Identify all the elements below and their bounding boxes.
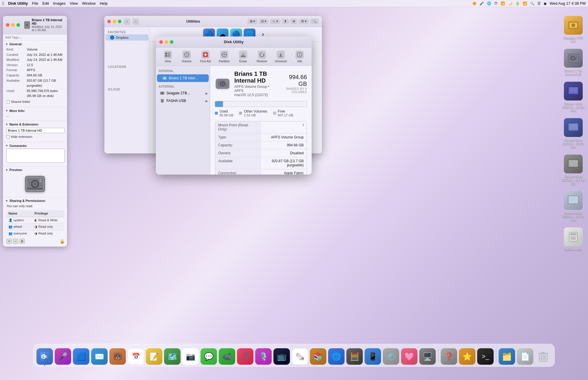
du-close-button[interactable]	[159, 40, 163, 44]
sidebar-label-seagate: Seagate 2TB HD	[562, 36, 585, 43]
sidebar-item-screenshot1[interactable]: Screen Shot2022-0... 29.08 PM	[562, 82, 585, 112]
sidebar-item-screenshot4[interactable]: Screen Shot2022-0... 27.26 PM	[562, 191, 585, 222]
name-input[interactable]	[6, 128, 65, 133]
finder-min-button[interactable]	[113, 20, 116, 23]
panel-tags-row[interactable]	[3, 34, 67, 41]
perm-add-button[interactable]: +	[6, 239, 12, 244]
du-unmount-btn[interactable]: Unmount	[272, 49, 290, 65]
dock-item-news[interactable]: 🗞️	[292, 348, 308, 365]
du-seagate-eject[interactable]: ⏏	[205, 92, 208, 95]
dock-item-sysprefs[interactable]: ⚙️	[383, 348, 399, 365]
du-view-btn[interactable]: View	[159, 49, 177, 65]
du-selected-disk[interactable]: Brians 1 TB Inter...	[157, 74, 209, 82]
dock-item-siri[interactable]: 🎤	[55, 348, 71, 365]
menu-help[interactable]: Help	[100, 1, 108, 6]
general-chevron: ▼	[5, 43, 8, 46]
dock-item-podcasts[interactable]: 🎙️	[255, 348, 272, 365]
menu-file[interactable]: File	[32, 1, 38, 6]
comments-textarea[interactable]	[6, 149, 65, 163]
sidebar-item-seagate[interactable]: Seagate 2TB HD	[562, 16, 585, 43]
finder-share-btn[interactable]: ⬆	[282, 19, 289, 24]
dock-item-books[interactable]: 📚	[310, 348, 326, 365]
sidebar-item-dropbox[interactable]: 🔵 Dropbox	[106, 34, 148, 41]
dock-item-photos[interactable]: 📷	[182, 348, 199, 365]
du-volume-btn[interactable]: Volume	[178, 49, 196, 65]
dock-item-mail[interactable]: ✉️	[91, 348, 108, 365]
tags-input[interactable]	[5, 36, 65, 39]
du-max-button[interactable]	[170, 40, 173, 44]
menu-images[interactable]: Images	[53, 1, 66, 6]
dock-item-facetime[interactable]: 📹	[219, 348, 235, 365]
maximize-button[interactable]	[16, 23, 20, 27]
preview-header[interactable]: ▼ Preview:	[5, 168, 23, 172]
sidebar-item-screenshot2[interactable]: Screen Shot2022-0... 53.01 PM	[562, 118, 585, 149]
sidebar-item-fasha-usb[interactable]: FASHA USB	[564, 227, 583, 251]
dock-item-messages[interactable]: 💬	[201, 348, 217, 365]
general-header[interactable]: ▼ General:	[5, 42, 65, 46]
minimize-button[interactable]	[11, 23, 15, 27]
finder-search-btn[interactable]: 🔍	[310, 19, 319, 24]
menubar-siri[interactable]: ◉	[544, 1, 547, 6]
dock-item-cleanmymac[interactable]: 🩷	[401, 348, 417, 365]
apple-menu[interactable]: 	[2, 1, 4, 6]
finder-close-button[interactable]	[107, 20, 111, 23]
dock-item-installer[interactable]: 🖥️	[419, 348, 436, 365]
more-info-header[interactable]: ▼ More Info:	[5, 108, 65, 113]
du-erase-btn[interactable]: Erase	[234, 49, 252, 65]
dock-item-maps[interactable]: 🗺️	[164, 348, 181, 365]
dock-item-trash[interactable]	[535, 348, 552, 365]
dock-item-terminal[interactable]: >_	[477, 348, 494, 365]
sidebar-item-brians-hd[interactable]: Brians 1 TBInternal HD	[564, 49, 583, 76]
du-fasha-eject[interactable]: ⏏	[205, 99, 208, 103]
finder-back-button[interactable]: ‹	[124, 18, 130, 25]
menu-disk-utility[interactable]: Disk Utility	[8, 1, 28, 6]
menubar-search[interactable]: 🔍	[530, 1, 534, 6]
du-partition-btn[interactable]: Partition	[216, 49, 233, 65]
du-first-aid-btn[interactable]: First Aid	[197, 49, 214, 65]
du-restore-btn[interactable]: Restore	[253, 49, 271, 65]
name-extension-header[interactable]: ▼ Name & Extension:	[5, 122, 65, 127]
dock-item-contacts[interactable]: 🐻	[109, 348, 126, 365]
dock-item-music[interactable]: 🎵	[237, 348, 253, 365]
dock-item-calculator[interactable]: 🧮	[346, 348, 363, 365]
finder-tag-btn[interactable]: ⊕	[290, 19, 298, 24]
du-min-button[interactable]	[165, 40, 168, 44]
dock-item-finder-files[interactable]: 🗂️	[499, 348, 515, 365]
menubar-controlcenter[interactable]: ☰	[537, 1, 541, 6]
dock-item-notes[interactable]: 📝	[146, 348, 162, 365]
finder-emoji-btn[interactable]: ☺ ▾	[270, 19, 280, 24]
shared-folder-row[interactable]: Shared folder	[6, 99, 65, 105]
close-button[interactable]	[6, 23, 9, 27]
available-value: 920.87 GB (13.7 GB purgeable)	[261, 157, 307, 169]
du-sidebar-seagate[interactable]: Seagate 2TB... ⏏	[156, 89, 210, 97]
perm-lock-icon[interactable]: 🔒	[60, 238, 65, 245]
menu-edit[interactable]: Edit	[42, 1, 49, 6]
perm-remove-button[interactable]: −	[13, 239, 18, 244]
perm-gear-button[interactable]: ⚙	[19, 239, 25, 244]
comments-header[interactable]: ▼ Comments:	[5, 143, 65, 148]
du-sidebar-fasha[interactable]: FASHA USB ⏏	[156, 97, 210, 105]
dock-item-launchpad[interactable]: 🟦	[73, 348, 89, 365]
finder-settings-btn[interactable]: ⚙ ▾	[299, 19, 309, 24]
finder-max-button[interactable]	[118, 20, 121, 23]
dock-item-preview[interactable]: 📄	[517, 348, 533, 365]
hide-extension-row[interactable]: Hide extension	[6, 134, 65, 140]
menu-view[interactable]: View	[70, 1, 78, 6]
finder-view-grid[interactable]: ⊞ ▾	[248, 19, 258, 24]
hide-extension-checkbox[interactable]	[6, 135, 10, 138]
dock-item-finder[interactable]	[36, 348, 53, 365]
dock-item-tv[interactable]: 📺	[273, 348, 290, 365]
sharing-header[interactable]: ▼ Sharing & Permissions:	[5, 198, 65, 203]
shared-folder-checkbox[interactable]	[6, 100, 10, 103]
dock-item-appstore[interactable]: 📱	[365, 348, 381, 365]
finder-forward-button[interactable]: ›	[133, 18, 139, 25]
dock-item-calendar[interactable]: 📅	[128, 348, 144, 365]
dock-item-almighty[interactable]: ⭐	[459, 348, 475, 365]
du-info-btn[interactable]: Info	[291, 49, 308, 65]
sidebar-item-screenshot3[interactable]: Screen Shot2022-0... 01 PM (2)	[562, 155, 585, 185]
menu-window[interactable]: Window	[82, 1, 96, 6]
svg-rect-33	[165, 53, 167, 54]
finder-view-sort[interactable]: ⊟ ▾	[259, 19, 269, 24]
dock-item-safari[interactable]: 🌐	[328, 348, 345, 365]
dock-item-help[interactable]: ❓	[441, 348, 457, 365]
